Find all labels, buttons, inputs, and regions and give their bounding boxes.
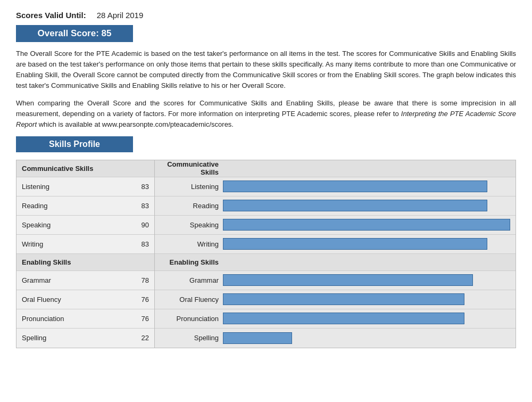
skills-right-panel: Communicative Skills Listening Reading S… xyxy=(155,160,516,348)
chart-label-oral-fluency: Oral Fluency xyxy=(160,296,219,303)
skill-score-pronunciation: 76 xyxy=(130,315,149,323)
skill-name-oral-fluency: Oral Fluency xyxy=(22,296,130,303)
chart-bar-area-speaking xyxy=(223,219,510,231)
skill-score-reading: 83 xyxy=(130,202,149,210)
chart-bar-area-oral-fluency xyxy=(223,293,510,305)
skills-profile-section: Communicative Skills Listening 83 Readin… xyxy=(16,160,516,348)
chart-bar-pronunciation xyxy=(223,313,464,324)
skill-score-listening: 83 xyxy=(130,183,149,191)
skill-name-writing: Writing xyxy=(22,240,130,248)
skill-score-grammar: 78 xyxy=(130,276,149,284)
description-paragraph1: The Overall Score for the PTE Academic i… xyxy=(16,48,516,92)
skill-name-pronunciation: Pronunciation xyxy=(22,315,130,323)
enabling-skills-header-row: Enabling Skills xyxy=(16,254,154,271)
chart-bar-writing xyxy=(223,238,487,250)
chart-bar-grammar xyxy=(223,274,473,286)
chart-header-bar-area xyxy=(223,162,510,174)
chart-enabling-header-bar-area xyxy=(223,256,510,268)
skill-row-grammar: Grammar 78 xyxy=(16,271,154,290)
skill-score-spelling: 22 xyxy=(130,334,149,342)
skill-row-writing: Writing 83 xyxy=(16,235,154,254)
chart-label-spelling: Spelling xyxy=(160,334,219,342)
chart-bar-oral-fluency xyxy=(223,293,464,305)
chart-enabling-header-row: Enabling Skills xyxy=(155,254,516,271)
scores-valid-line: Scores Valid Until: 28 April 2019 xyxy=(16,11,516,20)
description-paragraph2: When comparing the Overall Score and the… xyxy=(16,98,516,130)
scores-valid-date: 28 April 2019 xyxy=(97,11,144,20)
skill-score-writing: 83 xyxy=(130,240,149,248)
enabling-skills-header-label: Enabling Skills xyxy=(22,258,149,266)
skill-name-spelling: Spelling xyxy=(22,334,130,342)
description-paragraph2-part2: which is available at www.pearsonpte.com… xyxy=(37,120,234,128)
skill-row-pronunciation: Pronunciation 76 xyxy=(16,309,154,329)
chart-label-grammar: Grammar xyxy=(160,276,219,284)
chart-bar-area-reading xyxy=(223,200,510,211)
overall-score-bar: Overall Score: 85 xyxy=(16,25,133,42)
skill-score-oral-fluency: 76 xyxy=(130,296,149,303)
skill-row-oral-fluency: Oral Fluency 76 xyxy=(16,290,154,309)
chart-comm-header-row: Communicative Skills xyxy=(155,160,516,177)
skill-name-grammar: Grammar xyxy=(22,276,130,284)
chart-bar-area-spelling xyxy=(223,332,510,344)
chart-label-listening: Listening xyxy=(160,183,219,191)
chart-bar-speaking xyxy=(223,219,510,231)
skill-score-speaking: 90 xyxy=(130,221,149,229)
chart-comm-header-label: Communicative Skills xyxy=(160,160,219,176)
chart-row-spelling: Spelling xyxy=(155,329,516,348)
chart-bar-area-writing xyxy=(223,238,510,250)
scores-valid-label: Scores Valid Until: xyxy=(16,11,86,20)
chart-row-listening: Listening xyxy=(155,177,516,196)
chart-enabling-header-label: Enabling Skills xyxy=(160,258,219,266)
chart-label-speaking: Speaking xyxy=(160,221,219,229)
skill-name-reading: Reading xyxy=(22,202,130,210)
skill-name-speaking: Speaking xyxy=(22,221,130,229)
skills-left-panel: Communicative Skills Listening 83 Readin… xyxy=(16,160,155,348)
chart-bar-listening xyxy=(223,181,487,192)
skills-profile-bar: Skills Profile xyxy=(16,136,133,152)
chart-row-reading: Reading xyxy=(155,196,516,216)
chart-bar-area-pronunciation xyxy=(223,313,510,324)
chart-bar-reading xyxy=(223,200,487,211)
chart-bar-area-grammar xyxy=(223,274,510,286)
skill-row-speaking: Speaking 90 xyxy=(16,216,154,235)
skill-row-reading: Reading 83 xyxy=(16,196,154,216)
chart-label-writing: Writing xyxy=(160,240,219,248)
chart-label-reading: Reading xyxy=(160,202,219,210)
comm-skills-header-row: Communicative Skills xyxy=(16,160,154,177)
chart-row-grammar: Grammar xyxy=(155,271,516,290)
comm-skills-header-label: Communicative Skills xyxy=(22,165,149,173)
skill-name-listening: Listening xyxy=(22,183,130,191)
chart-row-writing: Writing xyxy=(155,235,516,254)
chart-row-oral-fluency: Oral Fluency xyxy=(155,290,516,309)
skill-row-spelling: Spelling 22 xyxy=(16,329,154,348)
chart-row-pronunciation: Pronunciation xyxy=(155,309,516,329)
skill-row-listening: Listening 83 xyxy=(16,177,154,196)
chart-label-pronunciation: Pronunciation xyxy=(160,315,219,323)
chart-bar-area-listening xyxy=(223,181,510,192)
chart-bar-spelling xyxy=(223,332,292,344)
chart-row-speaking: Speaking xyxy=(155,216,516,235)
